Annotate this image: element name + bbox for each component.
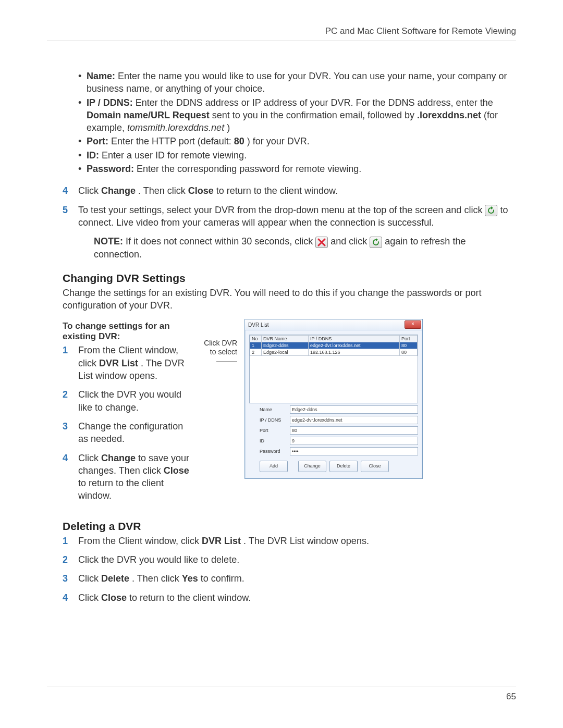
step-4: 4 Click Change . Then click Close to ret… <box>47 184 516 197</box>
table-row[interactable]: 1 Edge2-ddns edge2-dvr.lorexddns.net 80 <box>250 342 418 349</box>
field-def-name: Name: Enter the name you would like to u… <box>78 70 516 95</box>
changing-left-column: To change settings for an existing DVR: … <box>47 318 193 508</box>
table-header-row: No DVR Name IP / DDNS Port <box>250 336 418 342</box>
changing-step-4: 4 Click Change to save your changes. The… <box>47 452 193 502</box>
form-row-id: ID 9 <box>260 437 418 445</box>
col-name: DVR Name <box>262 336 309 342</box>
field-def-password: Password: Enter the corresponding passwo… <box>78 163 516 175</box>
window-body: No DVR Name IP / DDNS Port 1 Edge2-ddns … <box>245 330 422 478</box>
port-input[interactable]: 80 <box>290 426 418 435</box>
window-button-row: Add Change Delete Close <box>260 461 418 472</box>
field-text: Enter the name you would like to use for… <box>87 71 507 94</box>
field-def-port: Port: Enter the HTTP port (default: 80 )… <box>78 135 516 147</box>
step-number: 2 <box>63 388 68 401</box>
changing-intro: Change the settings for an existing DVR.… <box>63 287 516 312</box>
step-number: 1 <box>63 535 68 547</box>
window-close-button[interactable]: × <box>405 320 421 329</box>
window-title-text: DVR List <box>248 322 268 328</box>
field-def-ipddns: IP / DDNS: Enter the DDNS address or IP … <box>78 96 516 134</box>
field-definitions-list: Name: Enter the name you would like to u… <box>78 70 516 175</box>
table-row[interactable]: 2 Edge2-local 192.168.1.126 80 <box>250 349 418 356</box>
dvr-table: No DVR Name IP / DDNS Port 1 Edge2-ddns … <box>250 335 418 356</box>
field-label: Password: <box>87 164 134 174</box>
ipddns-input[interactable]: edge2-dvr.lorexddns.net <box>290 416 418 424</box>
field-def-id: ID: Enter a user ID for remote viewing. <box>78 149 516 162</box>
add-button[interactable]: Add <box>260 461 288 472</box>
name-input[interactable]: Edge2-ddns <box>290 405 418 414</box>
delete-button[interactable]: Delete <box>329 461 358 472</box>
step-number: 4 <box>63 452 68 464</box>
step-5: 5 To test your settings, select your DVR… <box>47 204 516 229</box>
page-header: PC and Mac Client Software for Remote Vi… <box>47 26 516 41</box>
form-row-port: Port 80 <box>260 426 418 435</box>
annotation-click-dvr: Click DVR to select <box>198 318 239 365</box>
form-row-password: Password •••• <box>260 447 418 455</box>
col-port: Port <box>400 336 418 342</box>
changing-two-column: To change settings for an existing DVR: … <box>47 318 516 508</box>
dvr-table-wrapper: No DVR Name IP / DDNS Port 1 Edge2-ddns … <box>249 335 418 403</box>
password-input[interactable]: •••• <box>290 447 418 455</box>
step-number: 3 <box>63 572 68 585</box>
step-number: 4 <box>63 184 68 197</box>
changing-step-3: 3 Change the configuration as needed. <box>47 420 193 446</box>
deleting-step-4: 4 Click Close to return to the client wi… <box>47 591 516 604</box>
changing-step-2: 2 Click the DVR you would like to change… <box>47 388 193 414</box>
id-input[interactable]: 9 <box>290 437 418 445</box>
form-label: IP / DDNS <box>260 417 290 423</box>
window-titlebar: DVR List × <box>245 319 422 330</box>
form-row-ip: IP / DDNS edge2-dvr.lorexddns.net <box>260 416 418 424</box>
step-number: 1 <box>63 344 68 356</box>
disconnect-icon <box>315 237 328 248</box>
deleting-step-3: 3 Click Delete . Then click Yes to confi… <box>47 572 516 585</box>
page: PC and Mac Client Software for Remote Vi… <box>0 0 563 728</box>
note-block: NOTE: If it does not connect within 30 s… <box>94 235 516 261</box>
page-footer: 65 <box>47 686 516 702</box>
heading-deleting-a-dvr: Deleting a DVR <box>63 520 516 533</box>
page-number: 65 <box>506 692 516 701</box>
field-label: ID: <box>87 150 99 161</box>
form-label: Port <box>260 428 290 433</box>
field-label: IP / DDNS: <box>87 97 133 108</box>
form-row-name: Name Edge2-ddns <box>260 405 418 414</box>
step-number: 4 <box>63 591 68 604</box>
deleting-step-1: 1 From the Client window, click DVR List… <box>47 535 516 547</box>
col-no: No <box>250 336 262 342</box>
step-number: 5 <box>63 204 68 216</box>
changing-subhead: To change settings for an existing DVR: <box>63 321 193 342</box>
changing-step-1: 1 From the Client window, click DVR List… <box>47 344 193 382</box>
refresh-icon <box>485 205 497 216</box>
dvr-list-window: DVR List × No DVR Name IP / DDNS Port <box>244 319 423 479</box>
note-label: NOTE: <box>94 236 123 246</box>
close-button[interactable]: Close <box>361 461 389 472</box>
refresh-icon <box>370 237 382 248</box>
form-label: Password <box>260 449 290 454</box>
col-ip: IP / DDNS <box>309 336 400 342</box>
form-label: Name <box>260 407 290 412</box>
step-number: 3 <box>63 420 68 433</box>
field-label: Name: <box>87 71 115 81</box>
change-button[interactable]: Change <box>298 461 326 472</box>
heading-changing-dvr-settings: Changing DVR Settings <box>63 272 516 285</box>
step-number: 2 <box>63 553 68 566</box>
form-label: ID <box>260 438 290 443</box>
deleting-step-2: 2 Click the DVR you would like to delete… <box>47 553 516 566</box>
field-label: Port: <box>87 136 108 146</box>
